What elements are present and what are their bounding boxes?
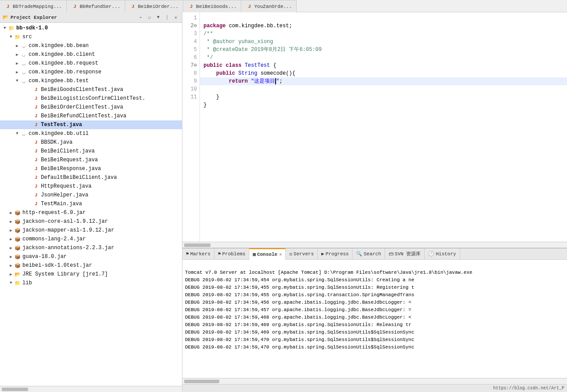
svn-icon: 🗃	[389, 251, 393, 257]
code-line-3: * @author yuhao_xiong	[204, 39, 273, 45]
expand-arrow[interactable]: ▶	[8, 210, 14, 216]
close-icon[interactable]: ✕	[172, 14, 179, 21]
tree-node-label: com.kingdee.bb.response	[29, 69, 102, 75]
list-item[interactable]: ▶ 📦 jackson-core-asl-1.9.12.jar	[0, 217, 182, 226]
console-tab-close[interactable]: ✕	[279, 252, 282, 257]
collapse-arrow[interactable]: ▼	[2, 25, 8, 31]
list-item[interactable]: ▶ 📦 jackson-mapper-asl-1.9.12.jar	[0, 226, 182, 235]
tab-svn[interactable]: 🗃 SVN 资源库	[385, 248, 425, 260]
expand-arrow[interactable]: ▶	[8, 254, 14, 260]
code-content[interactable]: package com.kingdee.bb.test; /** * @auth…	[200, 12, 567, 242]
list-item[interactable]: J BeiBeiLogisticsConfirmClientTest.	[0, 94, 182, 103]
list-item[interactable]: ▶ 📦 beibei-sdk-1.0test.jar	[0, 261, 182, 270]
console-output[interactable]: Tomcat v7.0 Server at localhost [Apache …	[182, 260, 567, 378]
list-item[interactable]: J TestMain.java	[0, 200, 182, 208]
tab-markers[interactable]: ⚑ Markers	[182, 248, 214, 260]
main-area: 📂 Project Explorer – ☐ ▼ ⋮ ✕ ▼ 📁 bb-sdk-…	[0, 12, 567, 392]
tab-search[interactable]: 🔍 Search	[353, 248, 385, 260]
tree-node-label: BeiBeiGoodsClientTest.java	[41, 87, 123, 93]
dropdown-icon[interactable]: ▼	[155, 14, 162, 21]
tree-node-label: jackson-core-asl-1.9.12.jar	[22, 218, 108, 225]
restore-icon[interactable]: ⋮	[164, 14, 171, 21]
expand-arrow[interactable]: ▶	[8, 218, 14, 225]
console-log-line-2: DEBUG 2019-08-02 17:34:59,455 org.mybati…	[185, 285, 414, 290]
editor-hscroll[interactable]	[182, 242, 567, 248]
tab-label: BeiBeiOrder...	[138, 4, 178, 9]
tab-bbrefundser[interactable]: J BbRefundSer...	[67, 0, 125, 12]
expand-arrow[interactable]: ▶	[14, 60, 20, 66]
java-file-icon: J	[33, 86, 40, 93]
list-item[interactable]: J BeiBeiGoodsClientTest.java	[0, 85, 182, 94]
maximize-icon[interactable]: ☐	[146, 14, 153, 21]
list-item[interactable]: J BeiBeiOrderClientTest.java	[0, 103, 182, 112]
console-log-line-10: DEBUG 2019-08-02 17:34:59,470 org.mybati…	[185, 345, 414, 350]
collapse-arrow[interactable]: ▼	[14, 131, 20, 137]
java-file-icon: J	[33, 156, 40, 163]
collapse-arrow[interactable]: ▼	[8, 34, 14, 40]
list-item[interactable]: ▶ 📦 jackson-annotations-2.2.3.jar	[0, 243, 182, 252]
list-item[interactable]: ▶ ◡ com.kingdee.bb.request	[0, 59, 182, 68]
expand-arrow[interactable]: ▶	[8, 227, 14, 233]
src-folder-icon: 📁	[14, 33, 21, 40]
tab-progress[interactable]: ▶ Progress	[318, 248, 353, 260]
tab-beibeiorder[interactable]: J BeiBeiOrder...	[125, 0, 183, 12]
list-item[interactable]: ▶ ◡ com.kingdee.bb.bean	[0, 41, 182, 50]
tab-console[interactable]: ▩ Console ✕	[249, 248, 286, 260]
expand-arrow[interactable]: ▶	[14, 69, 20, 75]
editor-hscroll-thumb[interactable]	[184, 243, 211, 247]
list-item[interactable]: J HttpRequest.java	[0, 182, 182, 191]
console-hscroll[interactable]	[182, 378, 567, 384]
line-number: 8	[182, 69, 200, 77]
explorer-header: 📂 Project Explorer – ☐ ▼ ⋮ ✕	[0, 12, 182, 23]
tab-label: Markers	[190, 251, 211, 257]
java-file-icon: J	[33, 183, 40, 190]
hscroll-thumb[interactable]	[2, 388, 28, 391]
list-item[interactable]: ▼ 📁 bb-sdk-1.0	[0, 24, 182, 33]
package-icon: ◡	[20, 130, 27, 137]
tab-bbtrademapping[interactable]: J BbTradeMapping...	[0, 0, 67, 12]
tab-history[interactable]: 🕐 History	[425, 248, 460, 260]
lib-folder-icon: 📁	[14, 279, 21, 287]
expand-arrow[interactable]: ▶	[8, 236, 14, 242]
list-item[interactable]: ▶ 📦 http-request-6.0.jar	[0, 208, 182, 217]
expand-arrow[interactable]: ▶	[8, 271, 14, 277]
collapse-arrow[interactable]: ▼	[14, 78, 20, 84]
console-hscroll-thumb[interactable]	[184, 380, 219, 383]
list-item[interactable]: J BeiBeiRefundClientTest.java	[0, 112, 182, 120]
list-item[interactable]: J JsonHelper.java	[0, 191, 182, 200]
list-item[interactable]: ▼ 📁 lib	[0, 279, 182, 287]
list-item[interactable]: ▶ ◡ com.kingdee.bb.client	[0, 50, 182, 59]
list-item[interactable]: ▶ 📦 guava-18.0.jar	[0, 252, 182, 261]
list-item[interactable]: ▶ 📂 JRE System Library [jre1.7]	[0, 270, 182, 279]
expand-arrow[interactable]: ▶	[8, 262, 14, 269]
list-item[interactable]: J DefaultBeiBeiClient.java	[0, 173, 182, 182]
tab-youzanorde[interactable]: J YouZanOrde...	[241, 0, 297, 12]
list-item[interactable]: J BeiBeiResponse.java	[0, 164, 182, 173]
tree-node-label: commons-lang-2.4.jar	[22, 236, 86, 242]
tree-node-label: BeiBeiLogisticsConfirmClientTest.	[41, 95, 145, 102]
tab-servers[interactable]: ⚖ Servers	[286, 248, 318, 260]
collapse-arrow[interactable]: ▼	[8, 280, 14, 286]
jre-icon: 📂	[14, 271, 21, 278]
tab-problems[interactable]: ⚑ Problems	[214, 248, 249, 260]
list-item[interactable]: ▼ ◡ com.kingdee.bb.util	[0, 129, 182, 138]
expand-arrow[interactable]: ▶	[8, 245, 14, 251]
list-item[interactable]: J BeiBeiRequest.java	[0, 156, 182, 164]
list-item[interactable]: ▼ 📁 src	[0, 33, 182, 41]
tab-beibeigoods[interactable]: J BeiBeiGoods...	[183, 0, 241, 12]
minimize-icon[interactable]: –	[137, 14, 144, 21]
list-item[interactable]: J BBSDK.java	[0, 138, 182, 147]
explorer-tree: ▼ 📁 bb-sdk-1.0 ▼ 📁 src ▶ ◡ com.kingdee.b…	[0, 23, 182, 386]
explorer-hscroll[interactable]	[0, 386, 182, 392]
tab-label: Console	[257, 252, 277, 257]
expand-arrow[interactable]: ▶	[14, 43, 20, 49]
package-icon: ◡	[20, 60, 27, 67]
expand-arrow[interactable]: ▶	[14, 51, 20, 58]
console-log-line-3: DEBUG 2019-08-02 17:34:59,455 org.mybati…	[185, 292, 414, 298]
list-item[interactable]: ▼ ◡ com.kingdee.bb.test	[0, 76, 182, 85]
list-item[interactable]: J TestTest.java	[0, 120, 182, 129]
list-item[interactable]: ▶ ◡ com.kingdee.bb.response	[0, 68, 182, 76]
line-number: 11	[182, 93, 200, 101]
list-item[interactable]: J BeiBeiClient.java	[0, 147, 182, 156]
list-item[interactable]: ▶ 📦 commons-lang-2.4.jar	[0, 235, 182, 243]
